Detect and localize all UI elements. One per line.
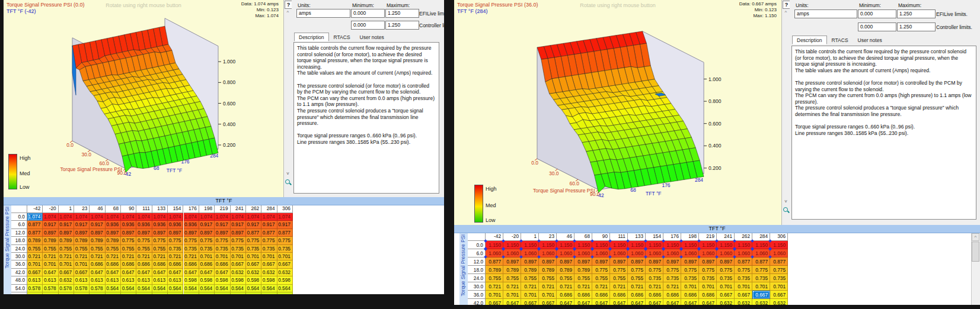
table-cell[interactable]: 0.529 [168,292,183,294]
column-header[interactable]: 176 [663,233,681,241]
table-cell[interactable]: 0.529 [277,292,293,294]
table-cell[interactable]: 0.877 [277,229,293,237]
table-cell[interactable]: 0.598 [215,276,230,284]
table-cell[interactable]: 1.150 [752,241,770,249]
table-cell[interactable]: 0.735 [735,274,752,282]
table-cell[interactable]: 0.647 [43,269,58,276]
table-cell[interactable]: 0.529 [121,292,136,294]
table-cell[interactable]: 0.578 [27,285,43,292]
column-header[interactable]: 241 [717,233,735,241]
table-cell[interactable]: 1.074 [231,213,246,221]
column-header[interactable]: 90 [592,233,610,241]
table-cell[interactable]: 0.564 [215,285,230,292]
table-cell[interactable]: 0.613 [43,276,58,284]
table-cell[interactable]: 0.755 [43,245,58,253]
table-cell[interactable]: 0.755 [486,274,503,282]
table-cell[interactable]: 0.897 [557,258,574,266]
table-cell[interactable]: 1.074 [59,213,74,221]
efilive-max-field[interactable]: 1.250 [385,9,419,18]
table-cell[interactable]: 0.701 [539,291,557,299]
table-cell[interactable]: 0.917 [261,221,277,228]
table-cell[interactable]: 0.721 [539,282,557,291]
table-cell[interactable]: 0.775 [277,237,293,244]
table-cell[interactable]: 0.667 [735,291,752,299]
table-cell[interactable]: 0.775 [770,266,788,274]
table-cell[interactable]: 1.060 [521,249,539,258]
table-cell[interactable]: 0.647 [503,299,521,305]
table-cell[interactable]: 1.150 [646,241,663,249]
column-header[interactable]: 46 [557,233,574,241]
efilive-min-field[interactable]: 0.000 [858,9,896,18]
column-header[interactable]: -20 [503,233,521,241]
table-cell[interactable]: 1.150 [486,241,503,249]
table-cell[interactable]: 0.529 [231,292,246,294]
table-cell[interactable]: 0.686 [610,291,628,299]
table-cell[interactable]: 0.613 [168,276,183,284]
table-cell[interactable]: 0.775 [699,266,717,274]
table-cell[interactable]: 1.074 [106,213,121,221]
table-cell[interactable]: 1.060 [628,249,646,258]
table-cell[interactable]: 0.936 [168,221,183,228]
table-cell[interactable]: 1.150 [699,241,717,249]
table-cell[interactable]: 0.721 [152,253,168,260]
table-cell[interactable]: 0.701 [43,260,58,268]
table-cell[interactable]: 0.529 [199,292,215,294]
table-cell[interactable]: 1.150 [592,241,610,249]
table-cell[interactable]: 0.667 [521,299,539,305]
table-cell[interactable]: 1.150 [539,241,557,249]
table-cell[interactable]: 1.060 [503,249,521,258]
table-cell[interactable]: 1.150 [717,241,735,249]
row-header[interactable]: 0.0 [468,241,486,249]
table-cell[interactable]: 0.897 [646,258,663,266]
table-cell[interactable]: 0.897 [231,229,246,237]
table-cell[interactable]: 0.897 [184,229,199,237]
table-cell[interactable]: 0.701 [503,291,521,299]
table-cell[interactable]: 1.074 [277,213,293,221]
table-cell[interactable]: 0.735 [646,274,663,282]
tab-user-notes[interactable]: User notes [853,36,887,44]
table-cell[interactable]: 1.074 [261,213,277,221]
table-cell[interactable]: 0.775 [168,237,183,244]
row-header[interactable]: 24.0 [468,274,486,282]
table-cell[interactable]: 0.735 [752,274,770,282]
table-cell[interactable]: 0.632 [752,299,770,305]
table-cell[interactable]: 0.549 [27,292,43,294]
table-cell[interactable]: 0.755 [136,245,152,253]
table-cell[interactable]: 0.578 [74,285,90,292]
table-cell[interactable]: 0.917 [43,221,58,228]
column-header[interactable]: 198 [199,205,215,213]
table-cell[interactable]: 0.789 [27,237,43,244]
row-header[interactable]: 60.0 [11,292,27,294]
table-cell[interactable]: 0.755 [592,274,610,282]
column-header[interactable]: 284 [752,233,770,241]
table-cell[interactable]: 0.564 [277,285,293,292]
table-cell[interactable]: 0.721 [106,253,121,260]
column-header[interactable]: 219 [699,233,717,241]
table-cell[interactable]: 0.721 [557,282,574,291]
table-cell[interactable]: 0.755 [539,274,557,282]
table-cell[interactable]: 0.897 [215,229,230,237]
table-cell[interactable]: 1.150 [770,241,788,249]
table-cell[interactable]: 0.667 [246,260,261,268]
table-cell[interactable]: 1.150 [521,241,539,249]
table-cell[interactable]: 0.775 [199,237,215,244]
controller-min-field[interactable]: 0.000 [351,21,385,30]
table-cell[interactable]: 0.667 [74,269,90,276]
table-cell[interactable]: 0.647 [646,299,663,305]
table-cell[interactable]: 0.897 [610,258,628,266]
row-header[interactable]: 24.0 [11,245,27,253]
table-cell[interactable]: 0.529 [184,292,199,294]
table-cell[interactable]: 0.721 [74,253,90,260]
table-cell[interactable]: 0.578 [90,285,105,292]
table-cell[interactable]: 0.701 [27,260,43,268]
table-cell[interactable]: 0.701 [199,253,215,260]
table-cell[interactable]: 0.686 [557,291,574,299]
table-cell[interactable]: 0.721 [521,282,539,291]
table-cell[interactable]: 0.789 [503,266,521,274]
column-header[interactable]: 46 [90,205,105,213]
table-cell[interactable]: 0.667 [231,260,246,268]
table-cell[interactable]: 0.897 [136,229,152,237]
table-cell[interactable]: 0.647 [610,299,628,305]
table-cell[interactable]: 0.897 [574,258,592,266]
table-cell[interactable]: 0.735 [663,274,681,282]
